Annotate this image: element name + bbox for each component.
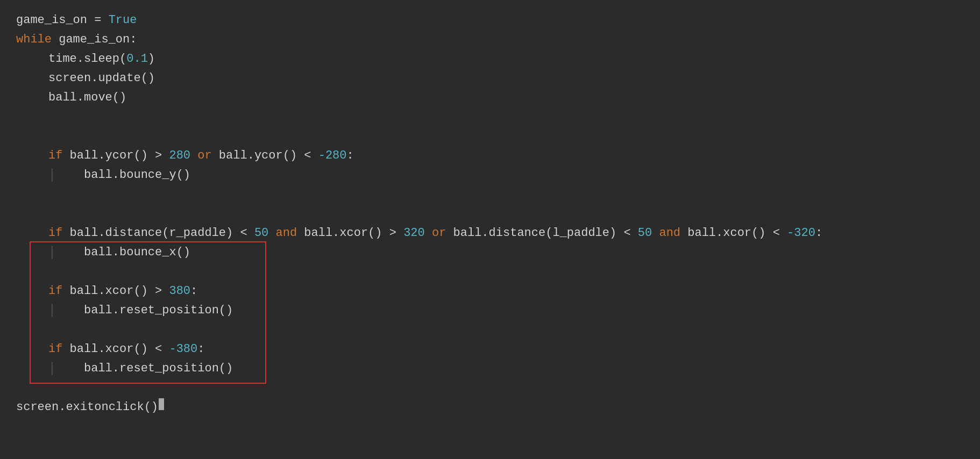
keyword-if-2: if (48, 224, 62, 242)
code-exitonclick: screen.exitonclick() (16, 398, 158, 417)
keyword-and-2: and (659, 224, 680, 242)
code-line-empty-5 (16, 262, 964, 282)
code-line-2: while game_is_on: (16, 30, 964, 49)
number-280-pos: 280 (169, 146, 190, 165)
value-true: True (109, 11, 137, 30)
number-50-2: 50 (638, 224, 652, 242)
keyword-and-1: and (275, 224, 297, 242)
code-line-empty-7 (16, 378, 964, 398)
code-line-empty-4 (16, 204, 964, 224)
number-380-neg: -380 (169, 340, 197, 358)
text-cursor (159, 398, 164, 410)
vertical-bar-2: │ (48, 243, 55, 262)
code-line-3: time.sleep(0.1) (16, 49, 964, 69)
keyword-or-2: or (432, 224, 446, 242)
number-280-neg: -280 (318, 146, 347, 165)
code-line-21: screen.exitonclick() (16, 398, 964, 417)
code-line-16: │ ball.reset_position() (16, 301, 964, 320)
code-line-empty-6 (16, 320, 964, 340)
keyword-or-1: or (197, 146, 211, 165)
code-line-empty-3 (16, 185, 964, 204)
code-line-4: screen.update() (16, 69, 964, 88)
vertical-bar-1: │ (48, 166, 55, 184)
number-380-pos: 380 (169, 282, 190, 300)
code-line-8: if ball.ycor() > 280 or ball.ycor() < -2… (16, 146, 964, 166)
var-game-is-on: game_is_on (16, 11, 87, 30)
code-line-5: ball.move() (16, 88, 964, 107)
keyword-while: while (16, 30, 52, 49)
code-line-empty-2 (16, 127, 964, 146)
vertical-bar-4: │ (48, 359, 55, 378)
code-editor[interactable]: game_is_on = True while game_is_on: time… (0, 0, 980, 459)
keyword-if-1: if (48, 146, 62, 165)
number-50-1: 50 (254, 224, 268, 242)
code-line-18: if ball.xcor() < -380: (16, 340, 964, 359)
number-01: 0.1 (126, 49, 148, 68)
number-320-neg: -320 (787, 224, 815, 242)
keyword-if-3: if (48, 282, 62, 300)
vertical-bar-3: │ (48, 301, 55, 320)
code-line-12: if ball.distance(r_paddle) < 50 and ball… (16, 224, 964, 243)
keyword-if-4: if (48, 340, 62, 358)
code-line-15: if ball.xcor() > 380: (16, 282, 964, 301)
code-line-9: │ ball.bounce_y() (16, 166, 964, 185)
number-320-pos: 320 (403, 224, 425, 242)
code-line-1: game_is_on = True (16, 11, 964, 30)
code-line-13: │ ball.bounce_x() (16, 243, 964, 262)
code-line-19: │ ball.reset_position() (16, 359, 964, 378)
code-line-empty-1 (16, 107, 964, 127)
